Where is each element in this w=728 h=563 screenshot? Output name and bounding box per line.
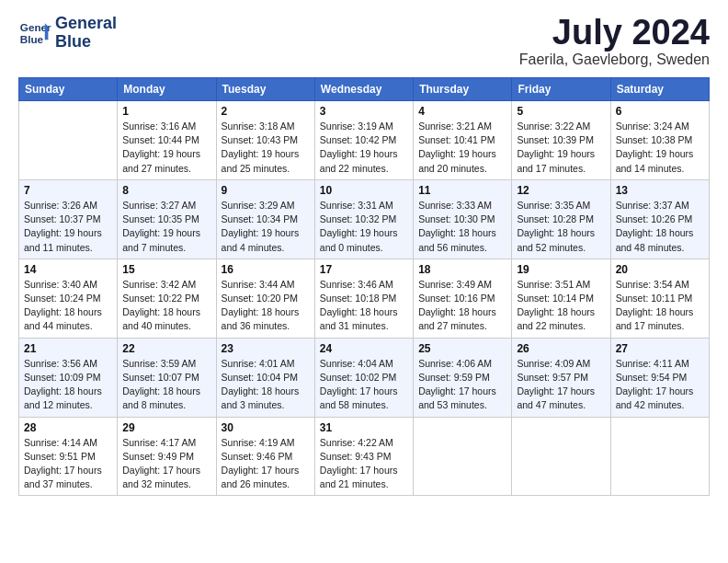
- calendar-cell: 3Sunrise: 3:19 AMSunset: 10:42 PMDayligh…: [314, 101, 413, 180]
- day-number: 24: [320, 342, 408, 355]
- svg-text:Blue: Blue: [20, 33, 44, 45]
- week-row-3: 14Sunrise: 3:40 AMSunset: 10:24 PMDaylig…: [19, 259, 710, 338]
- calendar-cell: 12Sunrise: 3:35 AMSunset: 10:28 PMDaylig…: [512, 179, 610, 259]
- day-info: Sunrise: 3:49 AMSunset: 10:16 PMDaylight…: [418, 278, 506, 334]
- day-number: 25: [418, 342, 506, 355]
- day-info: Sunrise: 4:19 AMSunset: 9:46 PMDaylight:…: [222, 436, 310, 492]
- header: General Blue General Blue July 2024 Faer…: [18, 15, 710, 68]
- calendar-cell: 28Sunrise: 4:14 AMSunset: 9:51 PMDayligh…: [19, 417, 118, 496]
- day-info: Sunrise: 3:18 AMSunset: 10:43 PMDaylight…: [222, 120, 310, 176]
- weekday-header-tuesday: Tuesday: [216, 78, 314, 101]
- calendar-cell: 19Sunrise: 3:51 AMSunset: 10:14 PMDaylig…: [512, 259, 610, 338]
- day-number: 22: [122, 342, 210, 355]
- day-info: Sunrise: 3:21 AMSunset: 10:41 PMDaylight…: [418, 120, 506, 176]
- day-info: Sunrise: 3:56 AMSunset: 10:09 PMDaylight…: [24, 357, 112, 413]
- day-number: 16: [222, 263, 310, 276]
- day-number: 30: [222, 421, 310, 434]
- calendar-cell: 9Sunrise: 3:29 AMSunset: 10:34 PMDayligh…: [216, 179, 314, 259]
- calendar-cell: 6Sunrise: 3:24 AMSunset: 10:38 PMDayligh…: [610, 101, 709, 180]
- logo: General Blue General Blue: [18, 15, 117, 52]
- calendar-cell: 2Sunrise: 3:18 AMSunset: 10:43 PMDayligh…: [216, 101, 314, 180]
- day-info: Sunrise: 4:14 AMSunset: 9:51 PMDaylight:…: [24, 436, 112, 492]
- calendar-cell: 25Sunrise: 4:06 AMSunset: 9:59 PMDayligh…: [414, 338, 512, 417]
- location-subtitle: Faerila, Gaevleborg, Sweden: [519, 52, 710, 68]
- week-row-4: 21Sunrise: 3:56 AMSunset: 10:09 PMDaylig…: [19, 338, 710, 417]
- page: General Blue General Blue July 2024 Faer…: [0, 0, 728, 563]
- day-number: 10: [320, 184, 408, 197]
- day-number: 27: [616, 342, 704, 355]
- day-number: 12: [517, 184, 605, 197]
- calendar-cell: 21Sunrise: 3:56 AMSunset: 10:09 PMDaylig…: [19, 338, 118, 417]
- week-row-1: 1Sunrise: 3:16 AMSunset: 10:44 PMDayligh…: [19, 101, 710, 180]
- weekday-header-friday: Friday: [512, 78, 610, 101]
- day-info: Sunrise: 3:37 AMSunset: 10:26 PMDaylight…: [616, 199, 704, 255]
- day-info: Sunrise: 3:22 AMSunset: 10:39 PMDaylight…: [517, 120, 605, 176]
- calendar-cell: 30Sunrise: 4:19 AMSunset: 9:46 PMDayligh…: [216, 417, 314, 496]
- day-info: Sunrise: 3:19 AMSunset: 10:42 PMDaylight…: [320, 120, 408, 176]
- day-number: 17: [320, 263, 408, 276]
- day-number: 7: [24, 184, 112, 197]
- day-info: Sunrise: 3:29 AMSunset: 10:34 PMDaylight…: [222, 199, 310, 255]
- day-info: Sunrise: 3:26 AMSunset: 10:37 PMDaylight…: [24, 199, 112, 255]
- day-number: 20: [616, 263, 704, 276]
- weekday-header-wednesday: Wednesday: [314, 78, 413, 101]
- calendar-cell: 8Sunrise: 3:27 AMSunset: 10:35 PMDayligh…: [118, 179, 216, 259]
- day-number: 5: [517, 105, 605, 118]
- day-number: 3: [320, 105, 408, 118]
- calendar-cell: 18Sunrise: 3:49 AMSunset: 10:16 PMDaylig…: [414, 259, 512, 338]
- calendar-cell: 5Sunrise: 3:22 AMSunset: 10:39 PMDayligh…: [512, 101, 610, 180]
- day-number: 19: [517, 263, 605, 276]
- calendar-cell: [414, 417, 512, 496]
- day-number: 13: [616, 184, 704, 197]
- day-number: 31: [320, 421, 408, 434]
- day-info: Sunrise: 4:09 AMSunset: 9:57 PMDaylight:…: [517, 357, 605, 413]
- month-title: July 2024: [519, 15, 710, 50]
- day-number: 1: [122, 105, 210, 118]
- calendar-cell: 31Sunrise: 4:22 AMSunset: 9:43 PMDayligh…: [314, 417, 413, 496]
- weekday-header-sunday: Sunday: [19, 78, 118, 101]
- calendar-cell: 27Sunrise: 4:11 AMSunset: 9:54 PMDayligh…: [610, 338, 709, 417]
- day-info: Sunrise: 3:33 AMSunset: 10:30 PMDaylight…: [418, 199, 506, 255]
- calendar-cell: 15Sunrise: 3:42 AMSunset: 10:22 PMDaylig…: [118, 259, 216, 338]
- day-number: 4: [418, 105, 506, 118]
- day-info: Sunrise: 4:04 AMSunset: 10:02 PMDaylight…: [320, 357, 408, 413]
- day-number: 8: [122, 184, 210, 197]
- logo-icon: General Blue: [18, 17, 51, 50]
- day-number: 6: [616, 105, 704, 118]
- day-info: Sunrise: 4:01 AMSunset: 10:04 PMDaylight…: [222, 357, 310, 413]
- day-number: 2: [222, 105, 310, 118]
- day-info: Sunrise: 3:40 AMSunset: 10:24 PMDaylight…: [24, 278, 112, 334]
- day-info: Sunrise: 3:54 AMSunset: 10:11 PMDaylight…: [616, 278, 704, 334]
- calendar-table: SundayMondayTuesdayWednesdayThursdayFrid…: [18, 77, 710, 496]
- calendar-cell: 20Sunrise: 3:54 AMSunset: 10:11 PMDaylig…: [610, 259, 709, 338]
- calendar-cell: 17Sunrise: 3:46 AMSunset: 10:18 PMDaylig…: [314, 259, 413, 338]
- day-info: Sunrise: 4:22 AMSunset: 9:43 PMDaylight:…: [320, 436, 408, 492]
- day-info: Sunrise: 4:17 AMSunset: 9:49 PMDaylight:…: [122, 436, 210, 492]
- calendar-cell: [610, 417, 709, 496]
- day-number: 29: [122, 421, 210, 434]
- day-number: 26: [517, 342, 605, 355]
- week-row-2: 7Sunrise: 3:26 AMSunset: 10:37 PMDayligh…: [19, 179, 710, 259]
- calendar-cell: [512, 417, 610, 496]
- calendar-cell: 26Sunrise: 4:09 AMSunset: 9:57 PMDayligh…: [512, 338, 610, 417]
- day-info: Sunrise: 4:06 AMSunset: 9:59 PMDaylight:…: [418, 357, 506, 413]
- day-number: 23: [222, 342, 310, 355]
- calendar-cell: 14Sunrise: 3:40 AMSunset: 10:24 PMDaylig…: [19, 259, 118, 338]
- day-info: Sunrise: 3:44 AMSunset: 10:20 PMDaylight…: [222, 278, 310, 334]
- calendar-cell: 13Sunrise: 3:37 AMSunset: 10:26 PMDaylig…: [610, 179, 709, 259]
- day-number: 18: [418, 263, 506, 276]
- weekday-header-thursday: Thursday: [414, 78, 512, 101]
- calendar-cell: 11Sunrise: 3:33 AMSunset: 10:30 PMDaylig…: [414, 179, 512, 259]
- day-number: 9: [222, 184, 310, 197]
- day-number: 15: [122, 263, 210, 276]
- calendar-cell: 16Sunrise: 3:44 AMSunset: 10:20 PMDaylig…: [216, 259, 314, 338]
- day-info: Sunrise: 4:11 AMSunset: 9:54 PMDaylight:…: [616, 357, 704, 413]
- calendar-cell: 7Sunrise: 3:26 AMSunset: 10:37 PMDayligh…: [19, 179, 118, 259]
- title-block: July 2024 Faerila, Gaevleborg, Sweden: [519, 15, 710, 68]
- day-info: Sunrise: 3:59 AMSunset: 10:07 PMDaylight…: [122, 357, 210, 413]
- day-info: Sunrise: 3:46 AMSunset: 10:18 PMDaylight…: [320, 278, 408, 334]
- week-row-5: 28Sunrise: 4:14 AMSunset: 9:51 PMDayligh…: [19, 417, 710, 496]
- calendar-cell: 29Sunrise: 4:17 AMSunset: 9:49 PMDayligh…: [118, 417, 216, 496]
- weekday-header-monday: Monday: [118, 78, 216, 101]
- calendar-cell: 1Sunrise: 3:16 AMSunset: 10:44 PMDayligh…: [118, 101, 216, 180]
